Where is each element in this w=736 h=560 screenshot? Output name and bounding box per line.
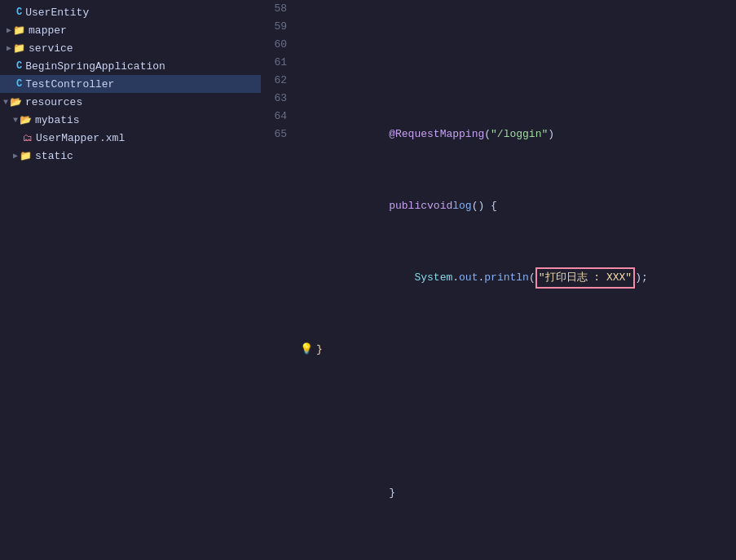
code-line-63 [300,412,736,430]
code-line-64: } [300,484,736,502]
tree-label-beginspring: BeginSpringApplication [25,60,165,73]
tree-label-resources: resources [25,96,82,108]
tree-item-resources[interactable]: ▼ 📂 resources [0,93,261,111]
folder-icon-4: 📁 [20,150,32,162]
code-line-60: public void log() { [300,197,736,215]
code-line-62: 💡} [300,341,736,359]
annotation: @RequestMapping [389,126,484,143]
resources-icon: 📂 [10,96,22,108]
chevron-right-icon: ▶ [7,25,11,35]
code-line-59: @RequestMapping("/loggin") [300,126,736,143]
tree-label-mapper: mapper [29,24,67,37]
tree-label-service: service [29,42,73,55]
tree-label-usermapper: UserMapper.xml [36,132,125,144]
code-line-58 [300,54,736,72]
folder-icon: 📁 [13,24,25,37]
chevron-down-icon: ▼ [3,98,8,107]
java-c-icon-2: C [16,60,22,72]
chevron-right-icon-2: ▶ [7,43,11,53]
chevron-down-icon-2: ▼ [13,116,18,125]
tree-item-mapper[interactable]: ▶ 📁 mapper [0,21,261,39]
chevron-right-icon-3: ▶ [13,151,18,161]
tree-item-testcontroller[interactable]: C TestController [0,75,261,93]
tree-label-static: static [35,150,73,162]
code-line-65 [300,556,736,560]
tree-item-usermapper[interactable]: 🗂 UserMapper.xml [0,129,261,147]
bulb-icon: 💡 [300,341,313,359]
folder-icon-3: 📂 [20,114,32,126]
code-lines: @RequestMapping("/loggin") public void l… [293,0,736,560]
tree-label-testcontroller: TestController [25,78,114,90]
code-editor: 58 59 60 61 62 63 64 65 @RequestMapping(… [261,0,736,560]
tree-item-userentity[interactable]: C UserEntity [0,3,261,21]
java-c-icon-3: C [16,78,22,90]
tree-label-userentity: UserEntity [25,7,89,19]
line-numbers: 58 59 60 61 62 63 64 65 [261,0,293,560]
xml-icon: 🗂 [23,132,33,144]
java-c-icon: C [16,7,22,18]
tree-item-static[interactable]: ▶ 📁 static [0,147,261,165]
tree-item-mybatis[interactable]: ▼ 📂 mybatis [0,111,261,129]
tree-item-beginspring[interactable]: C BeginSpringApplication [0,57,261,75]
tree-item-service[interactable]: ▶ 📁 service [0,39,261,57]
code-line-61: System.out.println("打印日志 : XXX"); [300,269,736,287]
file-tree: C UserEntity ▶ 📁 mapper ▶ 📁 service C Be… [0,0,261,560]
top-area: C UserEntity ▶ 📁 mapper ▶ 📁 service C Be… [0,0,736,560]
tree-label-mybatis: mybatis [35,114,80,126]
folder-icon-2: 📁 [13,42,25,55]
